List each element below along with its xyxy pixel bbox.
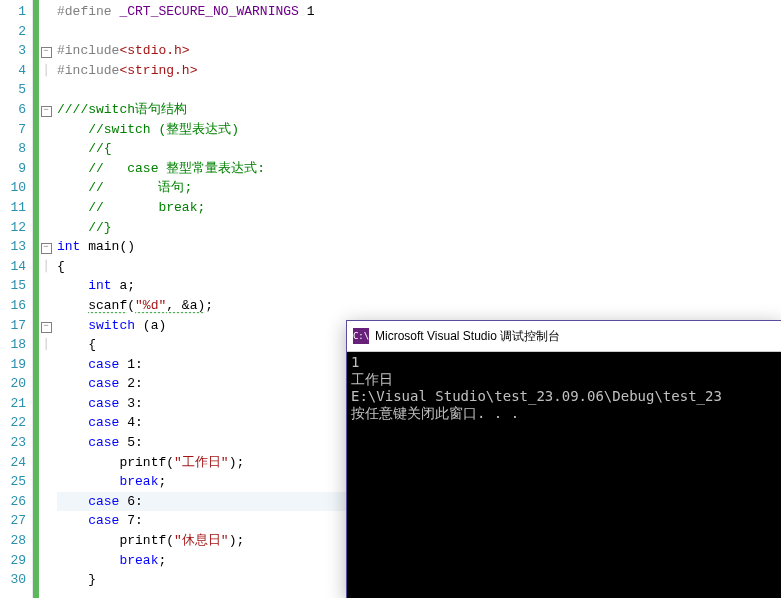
fold-toggle-icon[interactable]: − [41,47,52,58]
line-number: 29 [0,551,32,571]
line-number: 14 [0,257,32,277]
line-number: 28 [0,531,32,551]
line-number: 15 [0,276,32,296]
line-number: 6 [0,100,32,120]
code-line[interactable]: scanf("%d", &a); [57,296,781,316]
console-icon: C:\ [353,328,369,344]
debug-console-window[interactable]: C:\ Microsoft Visual Studio 调试控制台 1 工作日 … [346,320,781,598]
code-line[interactable]: // 语句; [57,178,781,198]
code-line[interactable]: // break; [57,198,781,218]
code-line[interactable]: // case 整型常量表达式: [57,159,781,179]
code-line[interactable]: //} [57,218,781,238]
line-number: 19 [0,355,32,375]
code-line[interactable]: //{ [57,139,781,159]
line-number: 26 [0,492,32,512]
line-number: 1 [0,2,32,22]
line-number: 23 [0,433,32,453]
line-number: 11 [0,198,32,218]
code-line[interactable] [57,22,781,42]
fold-toggle-icon[interactable]: − [41,322,52,333]
line-number: 30 [0,570,32,590]
line-number: 22 [0,413,32,433]
line-number: 24 [0,453,32,473]
fold-toggle-icon[interactable]: − [41,106,52,117]
code-line[interactable]: #define _CRT_SECURE_NO_WARNINGS 1 [57,2,781,22]
line-number: 27 [0,511,32,531]
code-line[interactable]: ////switch语句结构 [57,100,781,120]
line-number: 16 [0,296,32,316]
code-line[interactable]: #include<stdio.h> [57,41,781,61]
code-line[interactable]: int a; [57,276,781,296]
line-number-gutter: 1234567891011121314151617181920212223242… [0,0,33,598]
line-number: 18 [0,335,32,355]
line-number: 4 [0,61,32,81]
console-titlebar[interactable]: C:\ Microsoft Visual Studio 调试控制台 [347,321,781,352]
code-line[interactable]: //switch (整型表达式) [57,120,781,140]
code-line[interactable]: int main() [57,237,781,257]
line-number: 17 [0,316,32,336]
code-line[interactable]: #include<string.h> [57,61,781,81]
line-number: 2 [0,22,32,42]
line-number: 10 [0,178,32,198]
line-number: 8 [0,139,32,159]
code-line[interactable]: { [57,257,781,277]
line-number: 13 [0,237,32,257]
line-number: 25 [0,472,32,492]
line-number: 3 [0,41,32,61]
line-number: 5 [0,80,32,100]
console-title-text: Microsoft Visual Studio 调试控制台 [375,328,560,345]
line-number: 7 [0,120,32,140]
line-number: 12 [0,218,32,238]
fold-column[interactable]: −│−−│−│ [39,0,53,598]
console-output[interactable]: 1 工作日 E:\Visual Studio\test_23.09.06\Deb… [347,352,781,424]
code-line[interactable] [57,80,781,100]
line-number: 21 [0,394,32,414]
line-number: 9 [0,159,32,179]
fold-toggle-icon[interactable]: − [41,243,52,254]
line-number: 20 [0,374,32,394]
